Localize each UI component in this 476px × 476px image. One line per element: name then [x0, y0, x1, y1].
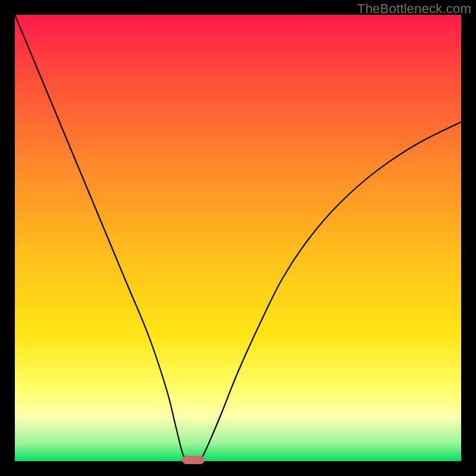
bottleneck-curve-right: [200, 122, 461, 461]
minimum-marker: [182, 456, 205, 464]
watermark-text: TheBottleneck.com: [357, 1, 471, 17]
bottleneck-curve-left: [15, 15, 187, 461]
curve-layer: [15, 15, 461, 461]
